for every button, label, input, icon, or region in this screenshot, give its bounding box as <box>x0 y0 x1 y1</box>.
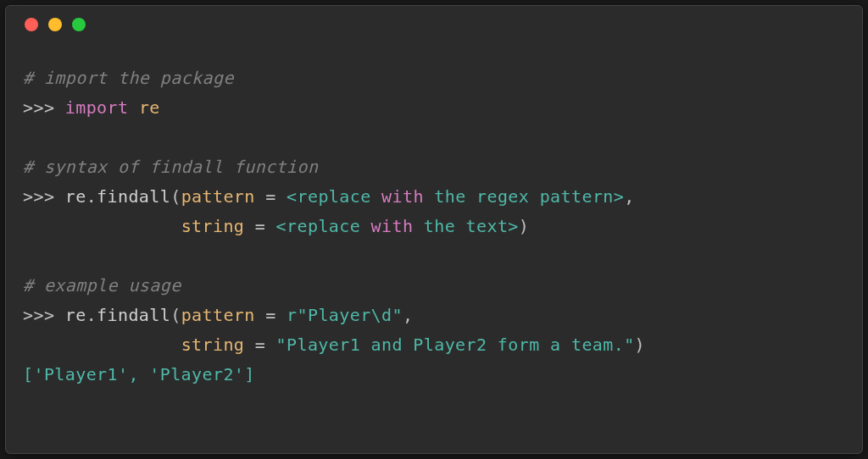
code-line: string = <replace with the text>) <box>23 212 845 241</box>
comment-text: # import the package <box>23 68 234 88</box>
equals: = <box>255 305 287 325</box>
param-name: pattern <box>181 186 255 207</box>
keyword-with: with <box>381 186 424 207</box>
equals: = <box>255 186 287 207</box>
placeholder-text: replace <box>298 186 382 207</box>
rparen: ) <box>519 216 529 236</box>
param-name: string <box>181 335 245 355</box>
code-content: # import the package >>> import re # syn… <box>6 43 862 410</box>
module-ref: re <box>65 305 86 325</box>
comma: , <box>403 305 413 325</box>
angle-lt: < <box>276 216 287 236</box>
lparen: ( <box>170 186 181 207</box>
function-name: findall <box>97 305 170 325</box>
code-line: # import the package <box>23 64 845 93</box>
code-line: ['Player1', 'Player2'] <box>23 360 845 390</box>
minimize-icon[interactable] <box>48 18 62 31</box>
angle-lt: < <box>287 186 297 207</box>
angle-gt: > <box>614 186 624 207</box>
code-line: # example usage <box>23 271 845 301</box>
close-icon[interactable] <box>25 18 38 31</box>
repl-prompt: >>> <box>23 97 65 118</box>
terminal-window: # import the package >>> import re # syn… <box>5 5 863 454</box>
string-literal: r"Player\d" <box>287 305 403 325</box>
code-line: >>> import re <box>23 93 845 123</box>
module-name: re <box>139 97 160 118</box>
placeholder-text: the text <box>413 216 508 236</box>
dot-operator: . <box>86 305 97 325</box>
rparen: ) <box>635 335 645 355</box>
keyword-import: import <box>65 97 129 118</box>
window-titlebar <box>6 6 862 43</box>
param-name: pattern <box>181 305 255 325</box>
comma: , <box>624 186 634 207</box>
angle-gt: > <box>508 216 518 236</box>
repl-prompt: >>> <box>23 305 65 325</box>
lparen: ( <box>170 305 181 325</box>
code-line: # syntax of findall function <box>23 152 845 182</box>
equals: = <box>244 216 275 236</box>
code-line: >>> re.findall(pattern = r"Player\d", <box>23 301 845 330</box>
indent <box>23 335 181 355</box>
comment-text: # example usage <box>23 275 181 296</box>
module-ref: re <box>65 186 86 207</box>
blank-line <box>23 123 845 152</box>
repl-prompt: >>> <box>23 186 65 207</box>
param-name: string <box>181 216 245 236</box>
maximize-icon[interactable] <box>72 18 86 31</box>
blank-line <box>23 241 845 271</box>
function-name: findall <box>97 186 170 207</box>
output-result: ['Player1', 'Player2'] <box>23 364 255 384</box>
dot-operator: . <box>86 186 97 207</box>
space <box>128 97 138 118</box>
placeholder-text: the regex pattern <box>424 186 614 207</box>
code-line: string = "Player1 and Player2 form a tea… <box>23 330 845 360</box>
equals: = <box>244 335 275 355</box>
string-literal: "Player1 and Player2 form a team." <box>276 335 635 355</box>
indent <box>23 216 181 236</box>
code-line: >>> re.findall(pattern = <replace with t… <box>23 182 845 212</box>
placeholder-text: replace <box>287 216 371 236</box>
keyword-with: with <box>371 216 414 236</box>
comment-text: # syntax of findall function <box>23 157 318 177</box>
